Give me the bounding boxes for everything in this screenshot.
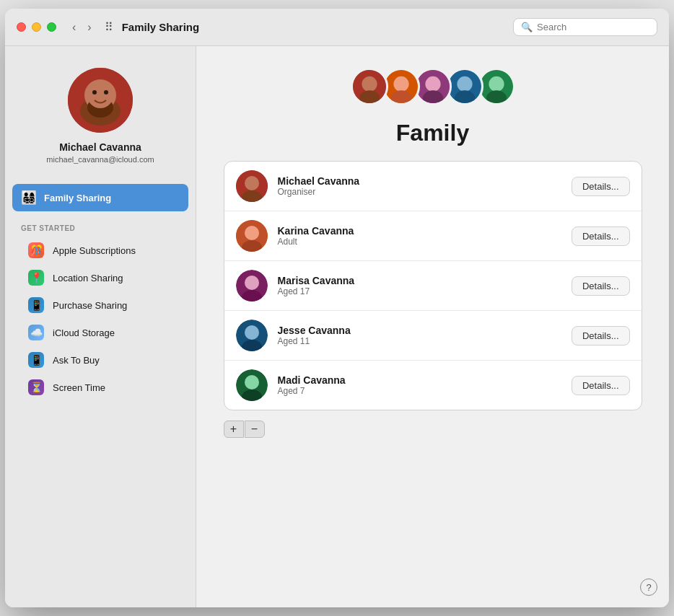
user-email: michael_cavanna@icloud.com (46, 155, 154, 164)
sidebar-item-label: Apple Subscriptions (53, 245, 136, 256)
sidebar-item-ask-to-buy[interactable]: 📱 Ask To Buy (12, 346, 188, 374)
member-name: Michael Cavanna (278, 175, 561, 187)
table-row: Michael Cavanna Organiser Details... (224, 162, 642, 211)
svg-point-30 (245, 276, 259, 290)
member-name: Karina Cavanna (278, 225, 561, 237)
svg-point-9 (362, 76, 377, 92)
sidebar-item-icloud-storage[interactable]: ☁️ iCloud Storage (12, 319, 188, 346)
svg-point-21 (489, 76, 504, 92)
grid-button[interactable]: ⠿ (105, 20, 113, 34)
member-avatar-jesse (236, 320, 268, 351)
svg-point-15 (425, 76, 440, 92)
sidebar-item-screen-time[interactable]: ⏳ Screen Time (12, 374, 188, 401)
nav-buttons: ‹ › (68, 19, 96, 35)
remove-member-button[interactable]: − (245, 421, 265, 438)
member-avatar-marisa (236, 270, 268, 302)
member-info-karina: Karina Cavanna Adult (278, 225, 561, 247)
member-role: Adult (278, 237, 561, 247)
sidebar-item-label: iCloud Storage (53, 327, 115, 338)
family-title: Family (396, 120, 469, 146)
svg-point-5 (87, 82, 113, 108)
sidebar-item-label: Family Sharing (44, 193, 111, 203)
svg-point-27 (245, 226, 259, 240)
sidebar-item-family-sharing[interactable]: 👨‍👩‍👧‍👦 Family Sharing (12, 184, 188, 211)
details-button-michael[interactable]: Details... (572, 177, 630, 196)
svg-point-36 (245, 375, 259, 390)
sidebar-item-purchase-sharing[interactable]: 📱 Purchase Sharing (12, 291, 188, 319)
svg-point-12 (393, 76, 408, 92)
details-button-marisa[interactable]: Details... (572, 276, 630, 296)
member-name: Jesse Cavanna (278, 325, 561, 336)
minimize-button[interactable] (32, 22, 41, 32)
table-row: Karina Cavanna Adult Details... (224, 211, 642, 261)
traffic-lights (17, 22, 56, 32)
member-avatar-madi (236, 369, 268, 401)
content-area: Michael Cavanna michael_cavanna@icloud.c… (5, 46, 669, 607)
table-row: Madi Cavanna Aged 7 Details... (224, 361, 642, 410)
sidebar-item-label: Location Sharing (53, 273, 123, 283)
member-info-jesse: Jesse Cavanna Aged 11 (278, 325, 561, 346)
icloud-storage-icon: ☁️ (28, 325, 44, 340)
member-role: Aged 7 (278, 386, 561, 396)
sidebar-item-label: Ask To Buy (53, 355, 100, 366)
search-icon: 🔍 (521, 22, 533, 32)
table-row: Jesse Cavanna Aged 11 Details... (224, 311, 642, 361)
back-button[interactable]: ‹ (68, 19, 80, 35)
svg-point-7 (104, 90, 108, 94)
sidebar-item-location-sharing[interactable]: 📍 Location Sharing (12, 264, 188, 291)
family-sharing-icon: 👨‍👩‍👧‍👦 (21, 190, 37, 206)
mini-avatar-michael (351, 68, 388, 105)
purchase-sharing-icon: 📱 (28, 297, 44, 313)
app-window: ‹ › ⠿ Family Sharing 🔍 (5, 9, 669, 607)
member-role: Aged 17 (278, 286, 561, 296)
member-role: Organiser (278, 187, 561, 197)
member-info-marisa: Marisa Cavanna Aged 17 (278, 275, 561, 296)
user-profile: Michael Cavanna michael_cavanna@icloud.c… (5, 61, 196, 178)
main-panel: Family Michael Cavanna Organiser (196, 46, 669, 607)
avatar (68, 68, 133, 133)
table-row: Marisa Cavanna Aged 17 Details... (224, 261, 642, 311)
sidebar-item-apple-subscriptions[interactable]: 🎊 Apple Subscriptions (12, 237, 188, 264)
titlebar: ‹ › ⠿ Family Sharing 🔍 (5, 9, 669, 46)
help-button[interactable]: ? (640, 578, 657, 596)
details-button-jesse[interactable]: Details... (572, 326, 630, 346)
details-button-karina[interactable]: Details... (572, 226, 630, 246)
user-name: Michael Cavanna (59, 141, 141, 153)
section-header: GET STARTED (5, 217, 196, 237)
member-name: Marisa Cavanna (278, 275, 561, 286)
ask-to-buy-icon: 📱 (28, 352, 44, 368)
close-button[interactable] (17, 22, 26, 32)
sidebar-item-label: Purchase Sharing (53, 300, 127, 311)
svg-point-33 (245, 325, 259, 340)
maximize-button[interactable] (47, 22, 56, 32)
apple-subscriptions-icon: 🎊 (28, 242, 44, 258)
add-member-button[interactable]: + (224, 421, 244, 438)
family-list: Michael Cavanna Organiser Details... (224, 161, 642, 410)
details-button-madi[interactable]: Details... (572, 376, 630, 395)
search-input[interactable] (537, 22, 649, 32)
list-controls: + − (224, 421, 265, 438)
member-role: Aged 11 (278, 336, 561, 346)
member-info-madi: Madi Cavanna Aged 7 (278, 374, 561, 396)
window-title: Family Sharing (122, 21, 513, 33)
sidebar-item-label: Screen Time (53, 382, 105, 393)
family-avatars (351, 68, 515, 105)
location-sharing-icon: 📍 (28, 270, 44, 286)
svg-point-24 (245, 176, 259, 190)
member-avatar-karina (236, 220, 268, 252)
member-avatar-michael (236, 170, 268, 202)
forward-button[interactable]: › (83, 19, 95, 35)
screen-time-icon: ⏳ (28, 379, 44, 395)
member-info-michael: Michael Cavanna Organiser (278, 175, 561, 197)
search-bar[interactable]: 🔍 (513, 18, 657, 36)
member-name: Madi Cavanna (278, 374, 561, 386)
svg-point-6 (92, 90, 97, 94)
svg-point-18 (457, 76, 472, 92)
sidebar: Michael Cavanna michael_cavanna@icloud.c… (5, 46, 196, 607)
